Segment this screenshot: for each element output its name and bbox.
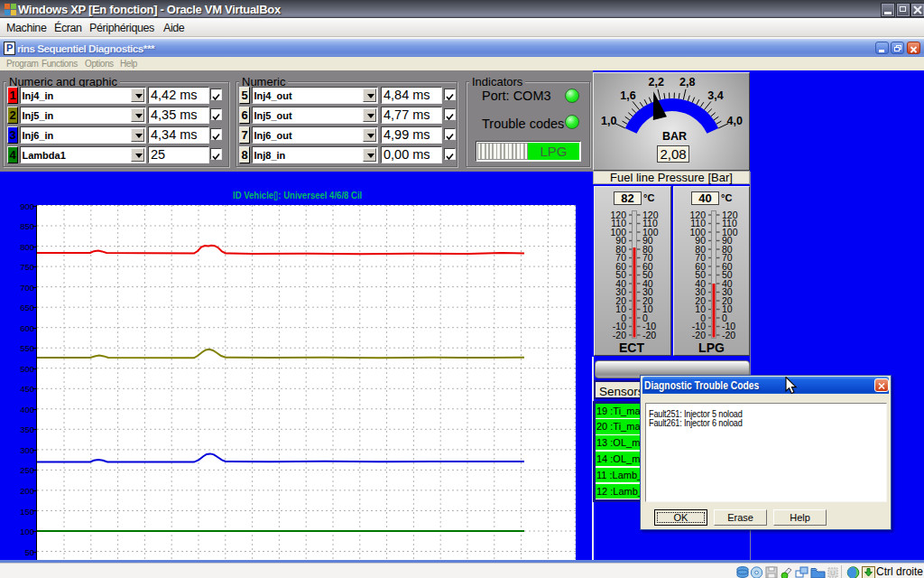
svg-text:-20: -20 bbox=[642, 330, 656, 340]
svg-text:3,4: 3,4 bbox=[707, 89, 723, 102]
svg-text:4,0: 4,0 bbox=[727, 115, 743, 127]
svg-text:2,2: 2,2 bbox=[649, 76, 664, 89]
svg-text:U: U bbox=[830, 569, 836, 577]
svg-text:1,0: 1,0 bbox=[601, 115, 616, 127]
svg-text:2,8: 2,8 bbox=[679, 76, 695, 89]
svg-text:-20: -20 bbox=[692, 330, 706, 340]
svg-text:1,6: 1,6 bbox=[620, 89, 635, 102]
svg-text:-20: -20 bbox=[722, 330, 735, 340]
svg-text:-20: -20 bbox=[612, 330, 625, 340]
